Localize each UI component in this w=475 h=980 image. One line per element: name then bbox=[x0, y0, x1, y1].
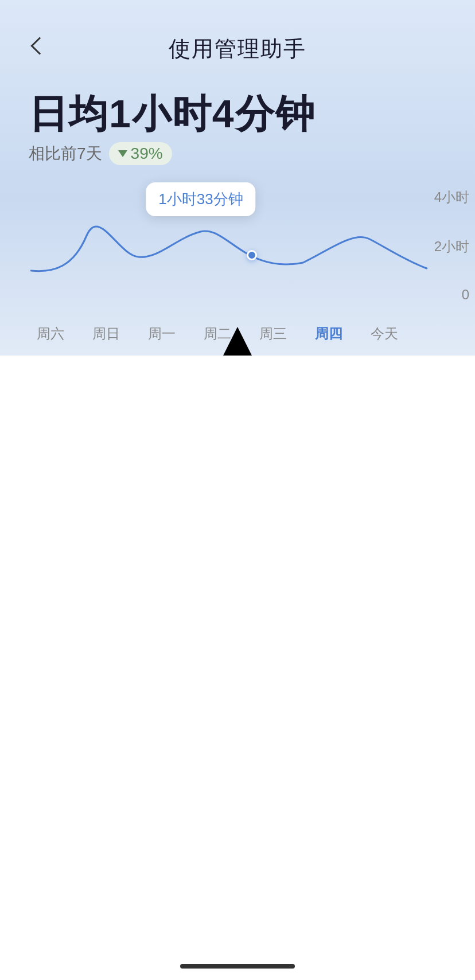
home-indicator bbox=[180, 964, 295, 969]
decrease-arrow-icon bbox=[118, 150, 127, 157]
comparison-prefix: 相比前7天 bbox=[29, 143, 102, 165]
chart-tooltip: 1小时33分钟 bbox=[146, 182, 255, 216]
x-label-thu: 周四 bbox=[301, 325, 356, 343]
comparison-badge: 39% bbox=[109, 142, 172, 165]
chart-selected-dot bbox=[247, 250, 257, 260]
content-area bbox=[0, 356, 475, 980]
y-label-4h: 4小时 bbox=[434, 188, 469, 206]
comparison-row: 相比前7天 39% bbox=[29, 142, 446, 165]
x-label-sun: 周日 bbox=[79, 325, 134, 343]
y-axis: 4小时 2小时 0 bbox=[434, 188, 469, 303]
header: 使用管理助手 bbox=[0, 0, 475, 75]
comparison-percentage: 39% bbox=[131, 145, 163, 163]
page: 使用管理助手 日均1小时4分钟 相比前7天 39% 1小时 bbox=[0, 0, 475, 980]
x-label-sat: 周六 bbox=[23, 325, 79, 343]
x-label-today: 今天 bbox=[356, 325, 412, 343]
page-title: 使用管理助手 bbox=[169, 34, 306, 64]
x-label-mon: 周一 bbox=[134, 325, 190, 343]
y-label-0: 0 bbox=[462, 287, 469, 303]
back-arrow-icon bbox=[30, 37, 48, 54]
back-button[interactable] bbox=[23, 32, 52, 60]
tooltip-text: 1小时33分钟 bbox=[158, 190, 243, 208]
stats-area: 日均1小时4分钟 相比前7天 39% bbox=[0, 75, 475, 171]
daily-average-label: 日均1小时4分钟 bbox=[29, 92, 446, 135]
y-label-2h: 2小时 bbox=[434, 237, 469, 256]
chart-container: 1小时33分钟 4小时 2小时 0 周六 周日 周一 周二 周三 周四 今天 bbox=[0, 188, 475, 349]
